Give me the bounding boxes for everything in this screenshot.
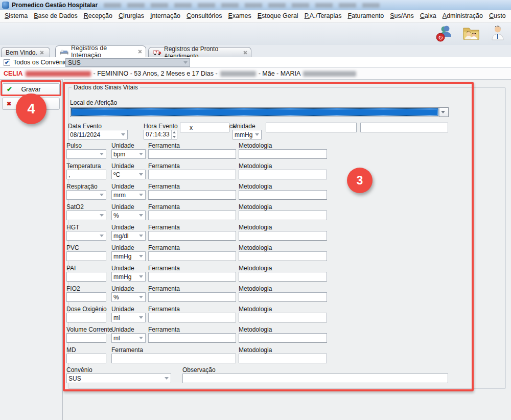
local-afericao-dropdown-button[interactable] [439,108,448,116]
fio2-metodologia-input[interactable] [239,292,327,302]
temperatura-input[interactable] [66,170,106,179]
pai-unidade-select[interactable]: mmHg [111,272,146,282]
menu-estoque-geral[interactable]: Estoque Geral [254,10,301,22]
pulso-select[interactable] [66,149,106,159]
close-icon[interactable] [40,51,44,55]
menu-custo[interactable]: Custo [486,10,509,22]
patient-mother-label: - Mãe - MARIA [259,70,301,77]
dose-oxigenio-ferramenta-input[interactable] [148,313,236,322]
convenio-label: Convênio [66,366,92,374]
menu-recepcao[interactable]: Recepção [81,10,115,22]
menu-consultorios[interactable]: Consultórios [183,10,225,22]
menu-cirurgias[interactable]: Cirurgias [115,10,147,22]
sato2-unidade-select[interactable]: % [111,211,146,220]
patients-folder-icon[interactable] [462,25,480,43]
menu-administracao[interactable]: Administração [439,10,486,22]
menu-caixa[interactable]: Caixa [417,10,439,22]
convenio-select[interactable]: SUS [66,374,171,383]
todos-convenios-checkbox[interactable]: ✔ [4,59,10,66]
temperatura-ferramenta-input[interactable] [148,170,236,179]
fio2-label: FIO2 [66,285,80,292]
md-metodologia-input[interactable] [239,354,327,363]
tab-registros-internacao[interactable]: Registros de Internação [55,45,146,57]
respiracao-metodologia-input[interactable] [239,190,327,200]
unidade-label: Unidade [111,306,134,313]
pvc-ferramenta-input[interactable] [148,251,236,261]
tab-bem-vindo[interactable]: Bem Vindo. [1,47,50,57]
data-evento-select[interactable]: 08/11/2024 [68,130,128,139]
pai-label: PAI [66,265,76,272]
hora-evento-spinner[interactable]: 07:14:33 [144,130,177,139]
sato2-select[interactable] [66,211,106,220]
hgt-unidade-select[interactable]: mg/dl [111,231,146,241]
temperatura-metodologia-input[interactable] [239,170,327,179]
pai-input[interactable] [66,272,106,282]
bed-icon [60,49,68,55]
doctor-icon[interactable] [489,25,507,43]
metodologia-label: Metodologia [239,224,272,231]
pulso-unidade-select[interactable]: bpm [111,149,146,159]
menu-base-de-dados[interactable]: Base de Dados [31,10,80,22]
pvc-metodologia-input[interactable] [239,251,327,261]
menu-faturamento[interactable]: Faturamento [344,10,387,22]
respiracao-select[interactable] [66,190,106,200]
spin-up-icon[interactable] [172,130,177,135]
respiracao-unidade-select[interactable]: mrm [111,190,146,200]
respiracao-ferramenta-input[interactable] [148,190,236,200]
sync-user-icon[interactable]: ↻ [435,25,454,43]
menu-sus-ans[interactable]: Sus/Ans [387,10,417,22]
fio2-input[interactable] [66,292,106,302]
volume-corrente-ferramenta-input[interactable] [148,333,236,343]
local-afericao-select[interactable] [70,107,449,117]
pvc-label: PVC [66,244,79,251]
observacao-input[interactable] [182,374,448,383]
close-icon[interactable] [243,51,247,55]
dose-oxigenio-metodologia-input[interactable] [239,313,327,322]
temperatura-unidade-select[interactable]: ºC [111,170,146,179]
menu-pa-terapias[interactable]: P.A./Terapias [301,10,345,22]
volume-corrente-metodologia-input[interactable] [239,333,327,343]
menu-exames[interactable]: Exames [225,10,254,22]
md-ferramenta-input[interactable] [111,354,236,363]
hora-evento-label: Hora Evento [144,123,178,130]
pulso-label: Pulso [66,142,82,149]
window-title: Promedico Gestão Hospitalar [12,2,98,9]
pvc-input[interactable] [66,251,106,261]
convenio-filter-select[interactable]: SUS [65,58,190,67]
respiracao-label: Respiração [66,183,98,190]
hgt-metodologia-input[interactable] [239,231,327,241]
sistolica-input[interactable] [180,123,229,132]
title-bar: Promedico Gestão Hospitalar [0,0,511,10]
pai-metodologia-input[interactable] [239,272,327,282]
pai-ferramenta-input[interactable] [148,272,236,282]
menu-bi[interactable]: BI [509,10,511,22]
md-input[interactable] [66,354,106,363]
patient-info-bar: CELIA - FEMININO - 53 Anos, 2 Meses e 17… [0,68,511,79]
spin-down-icon[interactable] [172,135,177,139]
sato2-label: SatO2 [66,203,84,211]
fio2-unidade-select[interactable]: % [111,292,146,302]
pvc-unidade-select[interactable]: mmHg [111,251,146,261]
sato2-ferramenta-input[interactable] [148,211,236,220]
menu-sistema[interactable]: Sistema [2,10,31,22]
dose-oxigenio-input[interactable] [66,313,106,322]
ferramenta-label: Ferramenta [148,224,180,231]
hgt-ferramenta-input[interactable] [148,231,236,241]
hgt-select[interactable] [66,231,106,241]
fio2-ferramenta-input[interactable] [148,292,236,302]
pressao-unidade-select[interactable]: mmHg [233,130,262,139]
tab-registros-pronto-atendimento[interactable]: Registros de Pronto Atendimento [148,47,251,57]
menu-internacao[interactable]: Internação [147,10,183,22]
pulso-ferramenta-input[interactable] [148,149,236,159]
pressao-metodologia-input[interactable] [360,123,448,132]
volume-corrente-input[interactable] [66,333,106,343]
pulso-metodologia-input[interactable] [239,149,327,159]
vital-row-sato2: SatO2 Unidade % Ferramenta Metodologia [64,203,511,224]
close-icon[interactable] [137,50,142,54]
volume-corrente-unidade-select[interactable]: ml [111,333,146,343]
local-afericao-selection [71,108,438,116]
sato2-metodologia-input[interactable] [239,211,327,220]
dose-oxigenio-unidade-select[interactable]: ml [111,313,146,322]
metodologia-label: Metodologia [239,346,272,354]
pressao-ferramenta-input[interactable] [266,123,357,132]
